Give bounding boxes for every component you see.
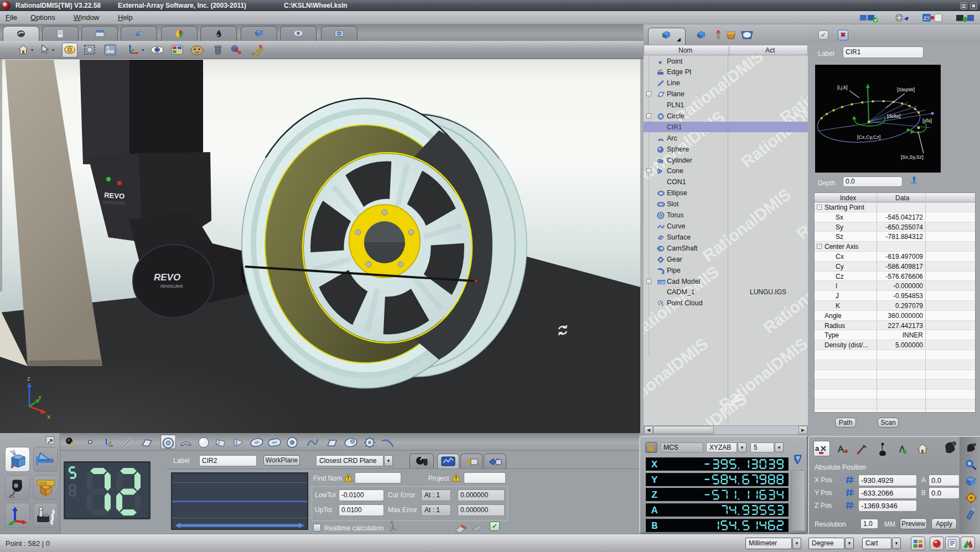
svg-text:[Sx,Sy,Sz]: [Sx,Sy,Sz]	[901, 154, 924, 160]
svg-text:a: a	[815, 444, 820, 452]
svg-text:[i,j,k]: [i,j,k]	[837, 85, 848, 90]
svg-text:[sfa]: [sfa]	[922, 118, 932, 123]
svg-text:!: !	[348, 475, 349, 481]
svg-text:!: !	[455, 475, 457, 481]
svg-text:RENISCAN5: RENISCAN5	[160, 284, 183, 288]
svg-text:Z: Z	[27, 376, 30, 382]
svg-text:123: 123	[39, 481, 46, 486]
svg-text:[StepW]: [StepW]	[897, 87, 915, 92]
svg-text:[Cx,Cy,Cz]: [Cx,Cy,Cz]	[857, 134, 880, 140]
svg-text:REVO: REVO	[104, 191, 125, 201]
svg-text:REVO: REVO	[154, 272, 180, 283]
svg-text:Z?: Z?	[924, 15, 930, 21]
svg-text:CAD: CAD	[658, 280, 666, 284]
svg-text:X: X	[47, 414, 50, 420]
svg-text:Y: Y	[38, 395, 42, 400]
svg-text:[delta]: [delta]	[887, 113, 901, 119]
